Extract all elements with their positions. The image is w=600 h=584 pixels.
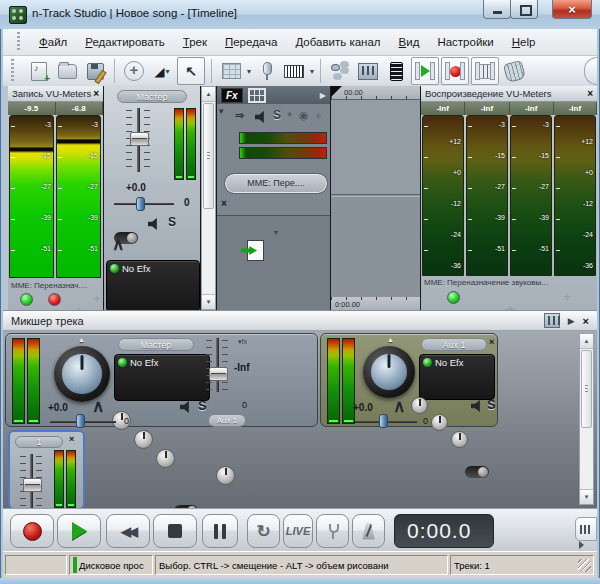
chevron-down-icon[interactable]: ▾ [274, 228, 278, 237]
menu-transfer[interactable]: Передача [216, 33, 286, 51]
scroll-up-button[interactable]: ▴ [580, 334, 593, 349]
track-mini-strip[interactable]: 1 × [8, 430, 85, 508]
stop-button[interactable] [153, 514, 197, 548]
record-device-label[interactable]: MME: Переназнач.... [11, 281, 101, 290]
playback-indicator-led[interactable] [20, 293, 33, 306]
speaker-icon[interactable] [148, 218, 161, 230]
track-fader-thumb[interactable] [23, 478, 42, 492]
live-button[interactable]: LIVE [283, 514, 313, 548]
master-fader-thumb[interactable] [130, 132, 149, 146]
menu-file[interactable]: Файл [30, 33, 76, 51]
menu-settings[interactable]: Настройки [428, 33, 502, 51]
channel-scrollbar[interactable]: ▴ ▾ [201, 86, 216, 310]
close-icon[interactable]: × [587, 88, 593, 99]
routing-button[interactable] [327, 58, 353, 84]
send-destination-pill[interactable]: Aux 1 [208, 414, 246, 427]
metronome-button[interactable] [352, 514, 385, 548]
add-meter-icon[interactable]: + [93, 291, 101, 306]
solo-button[interactable]: S [198, 398, 207, 413]
track-number-pill[interactable]: 1 [15, 436, 63, 448]
menu-track[interactable]: Трек [174, 33, 216, 51]
close-icon[interactable]: × [93, 88, 99, 99]
mixer-button[interactable] [471, 57, 499, 85]
eq-knob-low[interactable] [411, 397, 428, 414]
add-meter-icon[interactable]: + [563, 289, 571, 304]
speaker-icon[interactable] [471, 400, 484, 412]
rewind-button[interactable]: ◀◀ [106, 514, 150, 548]
solo-button[interactable]: S [487, 397, 496, 412]
menu-view[interactable]: Вид [390, 33, 429, 51]
eq-knob-high[interactable] [156, 449, 175, 468]
record-source-icon[interactable]: ◉ [299, 109, 309, 122]
speaker-icon[interactable] [180, 401, 193, 413]
resize-grip[interactable] [578, 559, 591, 572]
freeze-icon[interactable]: * [287, 109, 292, 124]
meter-list-button[interactable] [383, 58, 409, 84]
record-button[interactable] [10, 514, 54, 548]
aux-send-knob[interactable] [216, 466, 235, 485]
close-icon[interactable]: × [69, 434, 74, 444]
playback-device-label[interactable]: MME: Переназначение звуковы... [424, 278, 594, 287]
maximize-button[interactable] [510, 0, 538, 19]
volume-knob[interactable] [54, 346, 110, 402]
pointer-tool-button[interactable]: ↖ [177, 57, 205, 85]
expand-icon[interactable]: ▶ [320, 91, 326, 100]
toolbar-grip[interactable] [11, 59, 14, 83]
volume-knob[interactable] [363, 346, 415, 398]
monitor-icon[interactable]: ⇒ [235, 109, 244, 122]
pan-slider-thumb[interactable] [379, 414, 388, 428]
midi-input-button[interactable] [281, 58, 307, 84]
close-icon[interactable]: × [583, 315, 589, 327]
compressor-icon[interactable]: ∧ [393, 396, 405, 417]
aux-fader-track[interactable] [216, 338, 219, 392]
timeline-ruler-top[interactable]: 00.00 [331, 86, 420, 99]
track-lane[interactable] [331, 99, 420, 194]
close-button[interactable]: × [552, 0, 592, 19]
speaker-icon[interactable] [255, 111, 268, 123]
fx-collapse-icon[interactable]: ▾fx [238, 338, 247, 346]
toolbar-overflow-chevron[interactable] [584, 57, 597, 85]
eq-knob-high[interactable] [451, 431, 468, 448]
timeline-ruler-bottom[interactable]: 0:00.00 [331, 297, 420, 310]
master-name-pill[interactable]: Мастер [117, 90, 187, 103]
chevron-down-icon[interactable]: ▾ [247, 67, 251, 76]
fx-button[interactable]: Fx [221, 88, 243, 103]
strip-effects-box[interactable]: No Efx [419, 354, 495, 400]
toolbar-grip[interactable] [17, 32, 20, 53]
menu-add-channel[interactable]: Добавить канал [286, 33, 389, 51]
pan-slider-thumb[interactable] [136, 197, 145, 211]
playback-indicator-led[interactable] [447, 291, 460, 304]
compressor-icon[interactable]: ∧ [112, 234, 124, 255]
eq-knob-mid[interactable] [134, 430, 153, 449]
timeline-background[interactable] [331, 197, 420, 297]
scroll-down-button[interactable]: ▾ [580, 489, 593, 504]
new-song-button[interactable]: ♪+ [26, 58, 52, 84]
scrollbar-thumb[interactable] [581, 350, 592, 428]
playback-vu-panel-header[interactable]: Воспроизведение VU-Meters × [421, 86, 597, 102]
pause-button[interactable] [202, 514, 238, 548]
strip-effects-box[interactable]: No Efx [114, 354, 210, 401]
playback-meters-button[interactable] [411, 57, 439, 85]
aux-fader-thumb[interactable] [209, 367, 228, 381]
open-file-button[interactable] [54, 58, 80, 84]
menu-help[interactable]: Help [503, 33, 545, 51]
eq-knob-mid[interactable] [431, 414, 448, 431]
record-source-button[interactable] [253, 58, 279, 84]
expand-icon[interactable]: ▶ [568, 316, 575, 326]
circle-icon[interactable]: ● [315, 109, 322, 121]
solo-button[interactable]: S [168, 215, 176, 229]
strip-name-pill[interactable]: Aux 1 [421, 338, 487, 351]
record-vu-panel-header[interactable]: Запись VU-Meters × [8, 86, 103, 102]
chevron-down-icon[interactable]: ▾ [310, 67, 314, 76]
close-icon[interactable]: × [489, 337, 494, 347]
master-effects-box[interactable]: No Efx [106, 260, 200, 312]
save-button[interactable] [82, 58, 108, 84]
strip-name-pill[interactable]: Мастер [118, 338, 194, 351]
minimize-button[interactable] [483, 0, 511, 19]
solo-button[interactable]: S [273, 108, 281, 122]
mute-toggle[interactable] [465, 466, 489, 478]
output-level-mini-button[interactable] [575, 517, 597, 541]
move-tool-button[interactable]: + [121, 58, 147, 84]
scroll-up-button[interactable]: ▴ [202, 87, 215, 102]
piano-roll-grid-icon[interactable] [248, 88, 266, 103]
